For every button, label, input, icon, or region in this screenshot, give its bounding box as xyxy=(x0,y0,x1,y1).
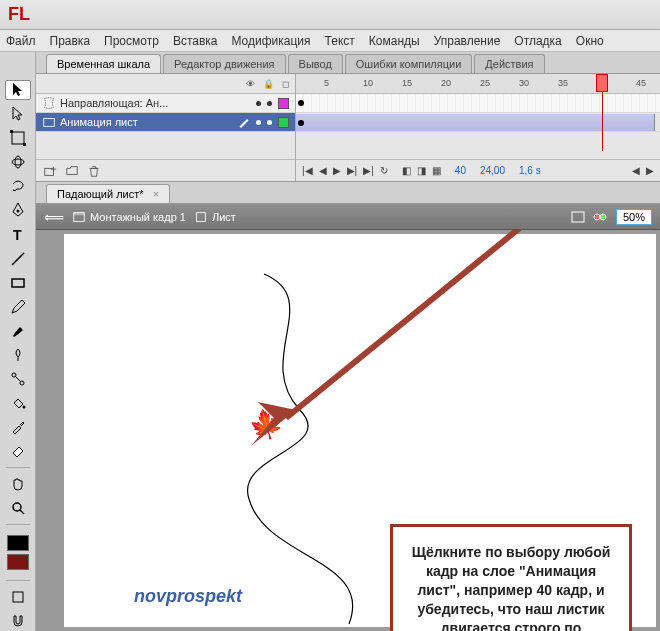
layer-header: 👁 🔒 ◻ xyxy=(36,74,295,94)
frame-ruler[interactable]: 5 10 15 20 25 30 35 40 45 xyxy=(296,74,660,94)
eraser-tool[interactable] xyxy=(5,441,31,461)
document-name: Падающий лист* xyxy=(57,188,144,200)
layer-row-guide[interactable]: Направляющая: Ан... xyxy=(36,94,295,113)
svg-rect-20 xyxy=(197,212,206,221)
prev-frame-button[interactable]: ◀ xyxy=(319,165,327,176)
selection-tool[interactable] xyxy=(5,80,31,100)
tab-motion-editor[interactable]: Редактор движения xyxy=(163,54,285,73)
zoom-level[interactable]: 50% xyxy=(616,209,652,225)
pencil-icon xyxy=(238,116,250,128)
onion-skin-button[interactable]: ◧ xyxy=(402,165,411,176)
delete-layer-button[interactable] xyxy=(86,163,102,179)
hand-tool[interactable] xyxy=(5,474,31,494)
svg-point-5 xyxy=(16,210,19,213)
play-button[interactable]: ▶ xyxy=(333,165,341,176)
edit-multiple-button[interactable]: ▦ xyxy=(432,165,441,176)
paint-bucket-tool[interactable] xyxy=(5,393,31,413)
svg-rect-19 xyxy=(74,212,85,215)
svg-rect-15 xyxy=(13,592,23,602)
rectangle-tool[interactable] xyxy=(5,273,31,293)
menu-window[interactable]: Окно xyxy=(576,34,604,48)
separator xyxy=(6,467,30,468)
svg-line-7 xyxy=(12,253,24,265)
options-magnet[interactable] xyxy=(5,611,31,631)
tab-actions[interactable]: Действия xyxy=(474,54,544,73)
ruler-tick: 45 xyxy=(636,78,646,88)
pencil-tool[interactable] xyxy=(5,297,31,317)
back-button[interactable]: ⟸ xyxy=(44,209,64,225)
zoom-tool[interactable] xyxy=(5,498,31,518)
new-layer-button[interactable] xyxy=(42,163,58,179)
separator xyxy=(6,524,30,525)
visibility-dot[interactable] xyxy=(256,120,261,125)
menu-bar: Файл Правка Просмотр Вставка Модификация… xyxy=(0,30,660,52)
svg-rect-2 xyxy=(23,143,26,146)
line-tool[interactable] xyxy=(5,249,31,269)
menu-insert[interactable]: Вставка xyxy=(173,34,218,48)
next-frame-button[interactable]: ▶| xyxy=(347,165,358,176)
fill-swatch[interactable] xyxy=(7,554,29,570)
frame-row-guide[interactable] xyxy=(296,94,660,113)
visibility-dot[interactable] xyxy=(256,101,261,106)
menu-text[interactable]: Текст xyxy=(325,34,355,48)
tab-output[interactable]: Вывод xyxy=(288,54,343,73)
brush-tool[interactable] xyxy=(5,321,31,341)
edit-scene-icon[interactable] xyxy=(570,209,586,225)
ruler-tick: 20 xyxy=(441,78,451,88)
breadcrumb-scene[interactable]: Монтажный кадр 1 xyxy=(72,210,186,224)
svg-text:T: T xyxy=(13,227,22,243)
subselection-tool[interactable] xyxy=(5,104,31,124)
svg-line-14 xyxy=(20,510,24,514)
frames-area: 5 10 15 20 25 30 35 40 45 xyxy=(296,74,660,181)
annotation-callout: Щёлкните по выбору любой кадр на слое "А… xyxy=(390,524,632,631)
stage[interactable]: 🍁 novprospekt Щёлкните по выбору любой к… xyxy=(64,234,656,627)
eyedropper-tool[interactable] xyxy=(5,417,31,437)
menu-commands[interactable]: Команды xyxy=(369,34,420,48)
timeline-panel: 👁 🔒 ◻ Направляющая: Ан... Анимация лист xyxy=(36,74,660,182)
lock-dot[interactable] xyxy=(267,101,272,106)
timeline-status-bar: |◀ ◀ ▶ ▶| ▶| ↻ ◧ ◨ ▦ 40 24,00 1,6 s ◀ ▶ xyxy=(296,159,660,181)
menu-view[interactable]: Просмотр xyxy=(104,34,159,48)
tab-compiler-errors[interactable]: Ошибки компиляции xyxy=(345,54,473,73)
close-icon[interactable]: × xyxy=(153,188,159,200)
frame-row-anim[interactable] xyxy=(296,113,660,132)
menu-modify[interactable]: Модификация xyxy=(231,34,310,48)
scroll-right-button[interactable]: ▶ xyxy=(646,165,654,176)
deco-tool[interactable] xyxy=(5,345,31,365)
ruler-tick: 25 xyxy=(480,78,490,88)
first-frame-button[interactable]: |◀ xyxy=(302,165,313,176)
bone-tool[interactable] xyxy=(5,369,31,389)
new-folder-button[interactable] xyxy=(64,163,80,179)
outline-color[interactable] xyxy=(278,98,289,109)
stroke-swatch[interactable] xyxy=(7,535,29,551)
current-frame: 40 xyxy=(455,165,466,176)
onion-outlines-button[interactable]: ◨ xyxy=(417,165,426,176)
last-frame-button[interactable]: ▶| xyxy=(363,165,374,176)
layer-row-anim[interactable]: Анимация лист xyxy=(36,113,295,132)
keyframe-icon xyxy=(298,120,304,126)
playhead[interactable] xyxy=(596,74,608,92)
breadcrumb-symbol[interactable]: Лист xyxy=(194,210,236,224)
pen-tool[interactable] xyxy=(5,200,31,220)
ruler-tick: 10 xyxy=(363,78,373,88)
tab-timeline[interactable]: Временная шкала xyxy=(46,54,161,73)
guide-layer-icon xyxy=(42,96,56,110)
menu-debug[interactable]: Отладка xyxy=(514,34,561,48)
eye-icon[interactable]: 👁 xyxy=(246,79,255,89)
menu-edit[interactable]: Правка xyxy=(50,34,91,48)
text-tool[interactable]: T xyxy=(5,224,31,244)
free-transform-tool[interactable] xyxy=(5,128,31,148)
outline-color[interactable] xyxy=(278,117,289,128)
options-snap[interactable] xyxy=(5,587,31,607)
edit-symbols-icon[interactable] xyxy=(592,209,608,225)
menu-file[interactable]: Файл xyxy=(6,34,36,48)
outline-icon[interactable]: ◻ xyxy=(282,79,289,89)
loop-button[interactable]: ↻ xyxy=(380,165,388,176)
3d-rotation-tool[interactable] xyxy=(5,152,31,172)
document-tab[interactable]: Падающий лист* × xyxy=(46,184,170,203)
lasso-tool[interactable] xyxy=(5,176,31,196)
scroll-left-button[interactable]: ◀ xyxy=(632,165,640,176)
lock-icon[interactable]: 🔒 xyxy=(263,79,274,89)
menu-control[interactable]: Управление xyxy=(434,34,501,48)
lock-dot[interactable] xyxy=(267,120,272,125)
